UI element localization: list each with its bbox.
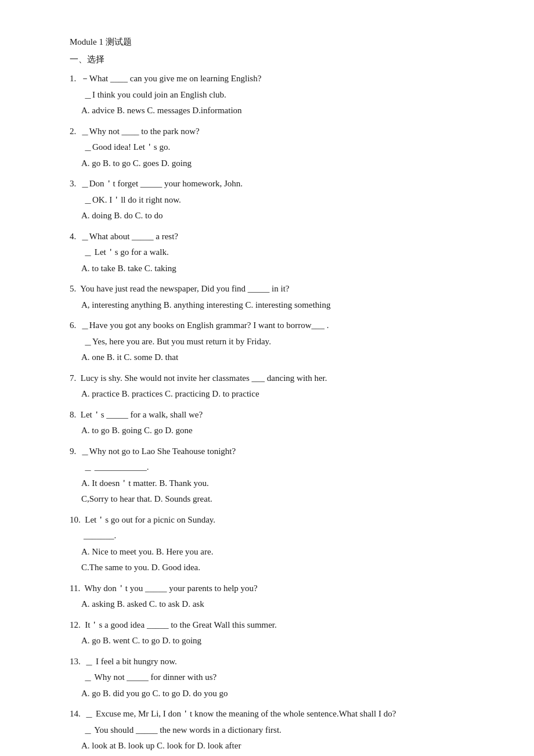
question-text: 9. ＿Why not go to Lao She Teahouse tonig… xyxy=(70,444,488,459)
question-subline: ＿ Why not _____ for dinner with us? xyxy=(70,670,488,685)
question-text: 10. Let＇s go out for a picnic on Sunday. xyxy=(70,513,488,528)
question-item: 2. ＿Why not ____ to the park now?＿Good i… xyxy=(70,124,488,171)
question-text: 14. ＿ Excuse me, Mr Li, I don＇t know the… xyxy=(70,707,488,722)
options-line: A. one B. it C. some D. that xyxy=(70,350,488,365)
question-text: 1. －What ____ can you give me on learnin… xyxy=(70,71,488,87)
question-item: 13. ＿ I feel a bit hungry now.＿ Why not … xyxy=(70,654,488,701)
question-item: 11. Why don＇t you _____ your parents to … xyxy=(70,581,488,612)
section-title: 一、选择 xyxy=(70,52,488,67)
options-line: A. to go B. going C. go D. gone xyxy=(70,423,488,438)
options-line: A. to take B. take C. taking xyxy=(70,261,488,276)
options-line: A. go B. went C. to go D. to going xyxy=(70,633,488,649)
question-subline: ＿OK. I＇ll do it right now. xyxy=(70,193,488,208)
options-line: A. It doesn＇t matter. B. Thank you. xyxy=(70,476,488,491)
options-line: A. doing B. do C. to do xyxy=(70,208,488,224)
question-text: 3. ＿Don＇t forget _____ your homework, Jo… xyxy=(70,177,488,192)
question-subline: _______. xyxy=(70,528,488,543)
question-item: 6. ＿Have you got any books on English gr… xyxy=(70,318,488,365)
question-text: 11. Why don＇t you _____ your parents to … xyxy=(70,581,488,596)
question-item: 8. Let＇s _____ for a walk, shall we?A. t… xyxy=(70,408,488,438)
question-item: 1. －What ____ can you give me on learnin… xyxy=(70,71,488,118)
question-text: 12. It＇s a good idea _____ to the Great … xyxy=(70,618,488,633)
question-item: 12. It＇s a good idea _____ to the Great … xyxy=(70,618,488,649)
question-item: 3. ＿Don＇t forget _____ your homework, Jo… xyxy=(70,177,488,224)
options-line: A. advice B. news C. messages D.informat… xyxy=(70,103,488,118)
question-item: 9. ＿Why not go to Lao She Teahouse tonig… xyxy=(70,444,488,507)
question-text: 4. ＿What about _____ a rest? xyxy=(70,229,488,244)
question-text: 13. ＿ I feel a bit hungry now. xyxy=(70,654,488,669)
question-item: 7. Lucy is shy. She would not invite her… xyxy=(70,371,488,402)
options-line: A. Nice to meet you. B. Here you are. xyxy=(70,545,488,560)
options-line: A. go B. did you go C. to go D. do you g… xyxy=(70,686,488,701)
question-subline: ＿Good idea! Let＇s go. xyxy=(70,140,488,155)
options-line: A. asking B. asked C. to ask D. ask xyxy=(70,597,488,612)
question-text: 6. ＿Have you got any books on English gr… xyxy=(70,318,488,333)
options-line: A. go B. to go C. goes D. going xyxy=(70,156,488,171)
options-line: A. practice B. practices C. practicing D… xyxy=(70,387,488,402)
options-line: A. look at B. look up C. look for D. loo… xyxy=(70,739,488,754)
question-subline: ＿ You should _____ the new words in a di… xyxy=(70,723,488,738)
module-title: Module 1 测试题 xyxy=(70,35,488,50)
options-line: A, interesting anything B. anything inte… xyxy=(70,298,488,313)
question-subline: ＿ Let＇s go for a walk. xyxy=(70,245,488,260)
options-line: C,Sorry to hear that. D. Sounds great. xyxy=(70,492,488,507)
question-item: 10. Let＇s go out for a picnic on Sunday.… xyxy=(70,513,488,575)
question-item: 4. ＿What about _____ a rest?＿ Let＇s go f… xyxy=(70,229,488,276)
question-subline: ＿Yes, here you are. But you must return … xyxy=(70,334,488,350)
question-text: 2. ＿Why not ____ to the park now? xyxy=(70,124,488,139)
question-text: 5. You have just read the newspaper, Did… xyxy=(70,282,488,297)
question-subline: ＿I think you could join an English club. xyxy=(70,88,488,103)
question-item: 5. You have just read the newspaper, Did… xyxy=(70,282,488,312)
question-item: 14. ＿ Excuse me, Mr Li, I don＇t know the… xyxy=(70,707,488,754)
question-text: 7. Lucy is shy. She would not invite her… xyxy=(70,371,488,386)
question-text: 8. Let＇s _____ for a walk, shall we? xyxy=(70,408,488,423)
options-line: C.The same to you. D. Good idea. xyxy=(70,560,488,575)
questions-list: 1. －What ____ can you give me on learnin… xyxy=(70,71,488,756)
question-subline: ＿ ____________. xyxy=(70,460,488,475)
